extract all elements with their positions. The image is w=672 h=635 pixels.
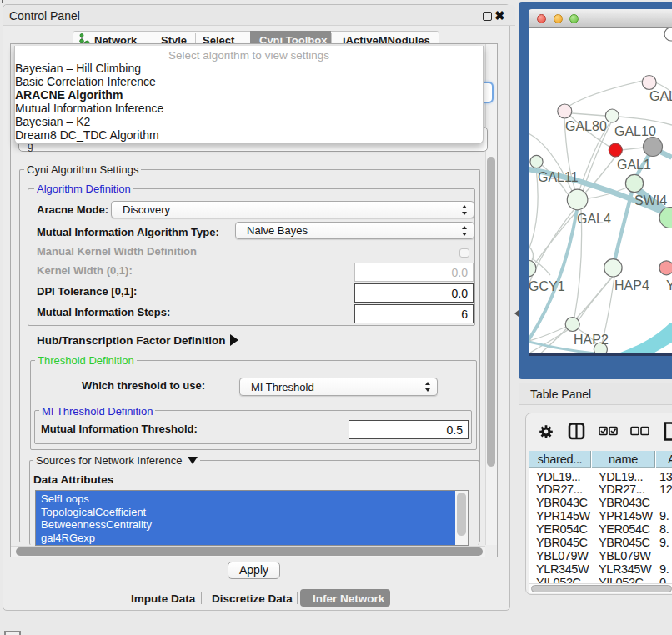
svg-text:GAL80: GAL80 (565, 119, 607, 133)
svg-text:GCY1: GCY1 (529, 279, 565, 293)
svg-text:GAL4: GAL4 (577, 212, 611, 226)
svg-text:HAP4: HAP4 (614, 278, 649, 292)
svg-text:HAP2: HAP2 (574, 332, 609, 347)
svg-text:SWI4: SWI4 (634, 193, 667, 208)
svg-text:Y: Y (666, 278, 672, 292)
svg-text:GAL10: GAL10 (614, 124, 656, 138)
svg-text:GAL1: GAL1 (617, 158, 651, 172)
svg-text:GAL11: GAL11 (538, 170, 579, 184)
svg-text:GAL7: GAL7 (649, 89, 672, 103)
